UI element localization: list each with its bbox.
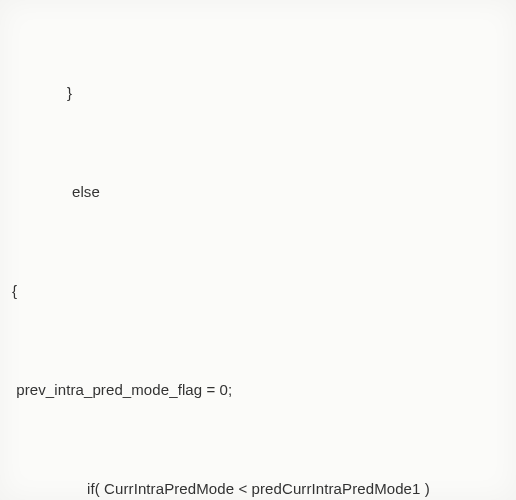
code-snippet: } else { prev_intra_pred_mode_flag = 0; … [0, 0, 516, 500]
code-line: if( CurrIntraPredMode < predCurrIntraPre… [12, 472, 504, 500]
code-line: } [12, 76, 504, 109]
code-line: { [12, 274, 504, 307]
code-line: else [12, 175, 504, 208]
code-line: prev_intra_pred_mode_flag = 0; [12, 373, 504, 406]
